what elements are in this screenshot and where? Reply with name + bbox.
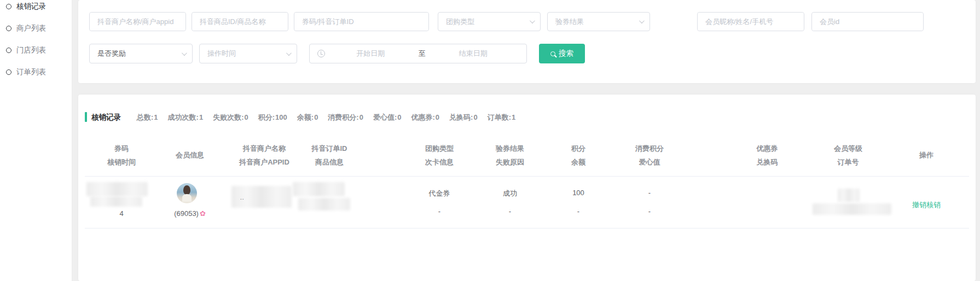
circle-icon — [6, 26, 11, 31]
col-header-order-id: 抖音订单ID商品信息 — [288, 142, 370, 169]
chevron-down-icon — [286, 50, 292, 56]
member-avatar — [177, 183, 197, 203]
stat-order-count: 订单数:1 — [488, 113, 517, 122]
circle-icon — [6, 4, 11, 9]
sidebar: 核销记录 商户列表 门店列表 订单列表 — [0, 0, 72, 281]
chevron-down-icon — [639, 18, 645, 24]
stat-redeem-codes: 兑换码:0 — [449, 113, 478, 122]
member-id-input[interactable] — [812, 13, 923, 31]
search-button[interactable]: 搜索 — [539, 44, 585, 63]
group-type-cell: 代金券 — [398, 189, 480, 198]
sidebar-item-label: 商户列表 — [16, 24, 46, 33]
summary-title: 核销记录 — [91, 113, 121, 122]
op-time-select[interactable]: 操作时间 — [199, 44, 297, 63]
sidebar-item-store-list[interactable]: 门店列表 — [0, 39, 72, 61]
flower-icon: ✿ — [200, 209, 206, 218]
verify-result-value: 验券结果 — [555, 17, 584, 27]
verify-result-select[interactable]: 验券结果 — [547, 12, 650, 31]
filter-panel: 团购类型 验券结果 是否奖励 操作时间 开始日期 至 结束日期 搜索 — [78, 0, 976, 83]
redacted-product-info — [298, 198, 350, 210]
col-header-points: 积分余额 — [537, 142, 619, 169]
circle-icon — [6, 69, 11, 75]
redacted-coupon-code — [86, 182, 148, 196]
search-icon — [550, 51, 555, 56]
group-type-select[interactable]: 团购类型 — [438, 12, 541, 31]
date-range-picker[interactable]: 开始日期 至 结束日期 — [309, 44, 527, 63]
member-number: (69053) — [174, 209, 199, 218]
product-field — [192, 12, 288, 31]
sidebar-item-label: 门店列表 — [16, 45, 46, 55]
date-separator: 至 — [416, 49, 428, 58]
balance-cell: - — [537, 207, 619, 215]
member-name-field — [697, 12, 804, 31]
points-cell: 100 — [537, 189, 619, 197]
accent-bar — [85, 112, 87, 122]
stat-success-count: 成功次数:1 — [168, 113, 204, 122]
love-value-cell: - — [608, 207, 691, 215]
summary-stats: 总数:1 成功次数:1 失败次数:0 积分:100 余额:0 消费积分:0 爱心… — [137, 113, 516, 122]
sidebar-item-verification-records[interactable]: 核销记录 — [0, 0, 72, 17]
coupon-code-input[interactable] — [294, 13, 428, 31]
coupon-code-field — [294, 12, 429, 31]
op-time-value: 操作时间 — [207, 49, 236, 58]
product-input[interactable] — [192, 13, 288, 31]
member-name-input[interactable] — [698, 13, 804, 31]
col-header-member-level: 会员等级订单号 — [807, 142, 889, 169]
member-id-field — [811, 12, 924, 31]
merchant-name-input[interactable] — [90, 13, 185, 31]
table-header-divider — [85, 176, 969, 177]
group-type-value: 团购类型 — [446, 17, 474, 27]
date-end-placeholder: 结束日期 — [428, 49, 519, 58]
search-button-label: 搜索 — [559, 49, 573, 58]
stat-fail-count: 失败次数:0 — [213, 113, 249, 122]
sidebar-item-label: 核销记录 — [16, 2, 46, 11]
chevron-down-icon — [530, 18, 535, 24]
revoke-verification-link[interactable]: 撤销核销 — [885, 200, 967, 210]
col-header-actions: 操作 — [885, 148, 967, 162]
chevron-down-icon — [182, 50, 187, 56]
consume-points-cell: - — [608, 189, 691, 197]
is-reward-value: 是否奖励 — [97, 49, 126, 58]
sidebar-item-order-list[interactable]: 订单列表 — [0, 61, 72, 83]
stat-balance: 余额:0 — [297, 113, 319, 122]
stat-love-value: 爱心值:0 — [373, 113, 402, 122]
sidebar-item-merchant-list[interactable]: 商户列表 — [0, 17, 72, 39]
stat-total: 总数:1 — [137, 113, 159, 122]
redacted-verify-time — [90, 196, 142, 207]
col-header-group-type: 团购类型次卡信息 — [398, 142, 480, 169]
results-panel: 核销记录 总数:1 成功次数:1 失败次数:0 积分:100 余额:0 消费积分… — [78, 95, 976, 281]
redacted-member-level — [838, 189, 860, 202]
stat-consume-points: 消费积分:0 — [328, 113, 364, 122]
date-start-placeholder: 开始日期 — [325, 49, 416, 58]
card-info-cell: - — [398, 207, 480, 215]
redacted-order-id — [293, 182, 345, 196]
redacted-order-number — [813, 203, 891, 215]
clock-icon — [317, 50, 325, 57]
table-row-divider — [85, 228, 969, 229]
merchant-name-field — [89, 12, 186, 31]
member-info-cell: (69053) ✿ — [149, 209, 231, 218]
col-header-consume-points: 消费积分爱心值 — [608, 142, 691, 169]
merchant-hint-text: .. — [240, 195, 245, 201]
circle-icon — [6, 48, 11, 53]
col-header-member-info: 会员信息 — [149, 148, 231, 162]
is-reward-select[interactable]: 是否奖励 — [89, 44, 193, 63]
sidebar-item-label: 订单列表 — [16, 67, 46, 77]
col-header-coupon: 优惠券兑换码 — [726, 142, 808, 169]
stat-points: 积分:100 — [258, 113, 288, 122]
stat-coupons: 优惠券:0 — [411, 113, 440, 122]
